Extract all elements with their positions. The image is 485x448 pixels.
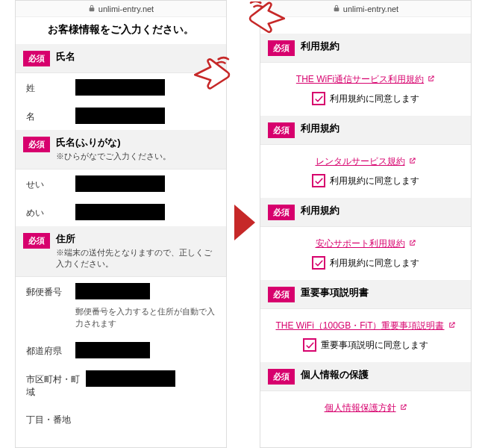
section-title: 利用規約 (301, 40, 340, 53)
terms-link[interactable]: レンタルサービス規約 (316, 155, 416, 168)
agree-row: 利用規約に同意します (260, 252, 471, 280)
field-label: めい (26, 204, 69, 220)
field-label: 丁目・番地 (26, 411, 80, 426)
agree-checkbox[interactable] (312, 174, 325, 187)
section-address: 必須 住所 ※端末の送付先となりますので、正しくご入力ください。 (16, 226, 226, 277)
input-sei-kana[interactable] (75, 175, 165, 192)
agree-label: 重要事項説明に同意します (321, 339, 428, 352)
external-link-icon (399, 403, 407, 414)
input-mei-kana[interactable] (75, 204, 165, 220)
field-zip: 郵便番号 郵便番号を入力すると住所が自動で入力されます (16, 277, 226, 336)
section-terms: 必須個人情報の保護 (260, 362, 471, 391)
url-text: unlimi-entry.net (343, 4, 398, 13)
external-link-icon (408, 157, 416, 167)
section-terms: 必須重要事項説明書 (260, 280, 471, 309)
section-title: 個人情報の保護 (301, 368, 369, 382)
agree-row: 利用規約に同意します (260, 87, 471, 116)
required-badge: 必須 (23, 51, 50, 66)
field-label: せい (26, 175, 69, 191)
field-label: 名 (26, 108, 69, 123)
agree-checkbox[interactable] (312, 92, 325, 105)
section-title: 利用規約 (301, 122, 340, 135)
terms-link[interactable]: THE WiFi通信サービス利用規約 (296, 73, 435, 86)
terms-link[interactable]: 個人情報保護方針 (325, 402, 407, 414)
field-city: 市区町村・町域 (16, 364, 226, 405)
field-label: 都道府県 (26, 342, 69, 358)
external-link-icon (448, 321, 456, 332)
field-label: 姓 (26, 79, 69, 95)
form-screen-terms: unlimi-entry.net 必須利用規約THE WiFi通信サービス利用規… (260, 0, 472, 448)
input-pref[interactable] (75, 342, 150, 358)
field-sei-kana: せい (16, 169, 226, 198)
agree-row: 重要事項説明に同意します (260, 334, 471, 362)
agree-checkbox[interactable] (303, 338, 316, 352)
zip-note: 郵便番号を入力すると住所が自動で入力されます (75, 305, 216, 330)
section-title: 氏名(ふりがな) ※ひらがなでご入力ください。 (56, 136, 171, 163)
section-terms: 必須利用規約 (260, 34, 471, 63)
url-bar: unlimi-entry.net (16, 1, 226, 17)
section-title: 氏名 (56, 50, 75, 63)
lock-icon (333, 4, 340, 13)
section-furigana: 必須 氏名(ふりがな) ※ひらがなでご入力ください。 (16, 130, 226, 169)
external-link-icon (408, 239, 416, 249)
required-badge: 必須 (23, 137, 50, 152)
required-badge: 必須 (268, 205, 295, 220)
required-badge: 必須 (268, 122, 295, 138)
required-badge: 必須 (268, 369, 295, 385)
lock-icon (88, 4, 96, 13)
section-terms: 必須利用規約 (260, 198, 471, 227)
input-sei[interactable] (75, 79, 165, 96)
field-label: 市区町村・町域 (26, 370, 80, 399)
agree-label: 利用規約に同意します (330, 257, 419, 270)
arrow-right-icon (234, 205, 255, 240)
section-subtext: ※ひらがなでご入力ください。 (56, 151, 171, 162)
section-title: 住所 ※端末の送付先となりますので、正しくご入力ください。 (56, 232, 219, 270)
pointer-hand-icon (191, 55, 233, 93)
agree-row: 利用規約に同意します (260, 169, 471, 198)
required-badge: 必須 (268, 287, 295, 302)
url-text: unlimi-entry.net (98, 4, 154, 13)
field-label: 郵便番号 (26, 283, 69, 299)
section-subtext: ※端末の送付先となりますので、正しくご入力ください。 (56, 247, 219, 270)
terms-link[interactable]: THE WiFi（100GB・FiT）重要事項説明書 (275, 320, 455, 332)
pointer-hand-icon (246, 1, 288, 39)
required-badge: 必須 (23, 233, 50, 249)
field-pref: 都道府県 (16, 336, 226, 364)
input-zip[interactable] (75, 283, 150, 299)
field-mei-kana: めい (16, 198, 226, 226)
field-mei: 名 (16, 102, 226, 130)
agree-checkbox[interactable] (312, 256, 325, 270)
agree-label: 利用規約に同意します (330, 175, 419, 187)
terms-link[interactable]: 安心サポート利用規約 (316, 237, 416, 250)
agree-label: 利用規約に同意します (330, 93, 419, 105)
section-title: 重要事項説明書 (301, 286, 369, 299)
input-city[interactable] (86, 370, 175, 387)
external-link-icon (427, 75, 435, 85)
required-badge: 必須 (268, 40, 295, 56)
section-title: 利用規約 (301, 204, 340, 217)
url-bar: unlimi-entry.net (260, 1, 471, 17)
input-mei[interactable] (75, 108, 165, 124)
page-title: お客様情報をご入力ください。 (16, 17, 226, 44)
field-block: 丁目・番地 (16, 405, 226, 432)
section-terms: 必須利用規約 (260, 116, 471, 145)
